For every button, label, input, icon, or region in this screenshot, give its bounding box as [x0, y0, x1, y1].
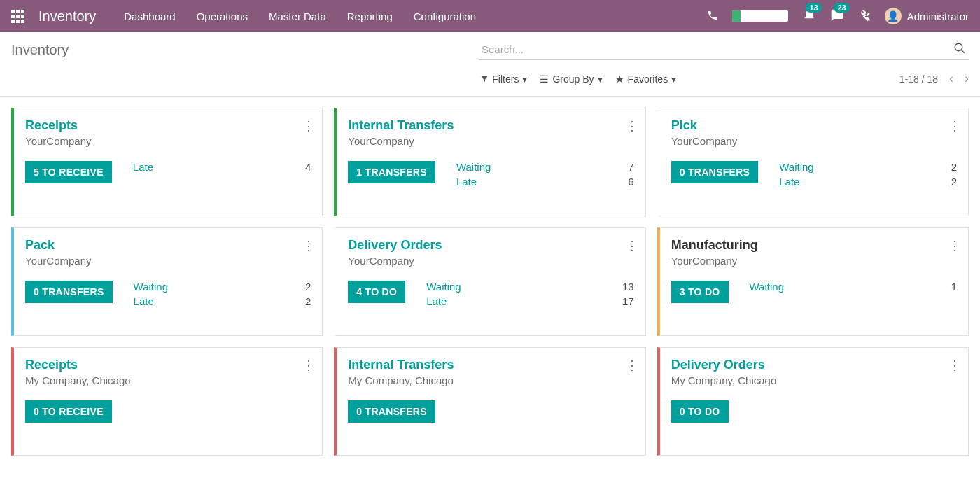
- stat-value: 17: [622, 295, 634, 307]
- stat-row[interactable]: Late 2: [134, 295, 312, 307]
- notifications-icon[interactable]: 13: [802, 8, 816, 24]
- stat-label: Late: [426, 295, 447, 307]
- card-action-button[interactable]: 0 TRANSFERS: [25, 281, 113, 303]
- card-action-button[interactable]: 3 TO DO: [671, 281, 729, 303]
- stat-value: 2: [951, 161, 957, 173]
- stat-value: 2: [951, 176, 957, 188]
- card-title[interactable]: Internal Transfers: [348, 118, 634, 133]
- stat-row[interactable]: Waiting 1: [750, 281, 957, 293]
- stat-value: 7: [628, 161, 634, 173]
- pager-next[interactable]: ›: [965, 71, 969, 86]
- kanban-board: ⋮ Receipts YourCompany 5 TO RECEIVE Late…: [0, 97, 980, 467]
- stat-value: 6: [628, 176, 634, 188]
- filters-button[interactable]: Filters ▾: [480, 73, 527, 85]
- nav-dashboard[interactable]: Dashboard: [124, 10, 175, 22]
- stat-row[interactable]: Waiting 7: [456, 161, 634, 173]
- card-title[interactable]: Receipts: [25, 358, 311, 372]
- card-stats: Late 4: [133, 161, 312, 176]
- avatar-icon: 👤: [885, 8, 902, 24]
- card-subtitle: YourCompany: [671, 135, 957, 147]
- card-menu-icon[interactable]: ⋮: [626, 118, 637, 134]
- card-stats: Waiting 2 Late 2: [134, 281, 312, 310]
- stat-label: Waiting: [456, 161, 491, 173]
- control-panel: Inventory Filters ▾ ☰ Group By ▾ ★ Favor…: [0, 32, 980, 97]
- nav-right: 13 23 👤 Administrator: [707, 8, 969, 24]
- stat-row[interactable]: Late 4: [133, 161, 312, 173]
- msg-badge: 23: [834, 3, 849, 13]
- filter-icon: [480, 75, 489, 83]
- card-stats: Waiting 7 Late 6: [456, 161, 634, 190]
- card-action-button[interactable]: 0 TO RECEIVE: [25, 400, 112, 423]
- card-menu-icon[interactable]: ⋮: [948, 118, 960, 134]
- kanban-card: ⋮ Receipts My Company, Chicago 0 TO RECE…: [11, 347, 323, 456]
- tools-icon[interactable]: [858, 9, 871, 24]
- card-action-button[interactable]: 5 TO RECEIVE: [25, 161, 112, 183]
- card-action-button[interactable]: 0 TRANSFERS: [348, 400, 435, 423]
- card-subtitle: My Company, Chicago: [348, 374, 634, 386]
- stat-value: 2: [305, 281, 311, 293]
- card-action-button[interactable]: 0 TRANSFERS: [671, 161, 759, 183]
- nav-configuration[interactable]: Configuration: [414, 10, 476, 22]
- card-menu-icon[interactable]: ⋮: [302, 358, 314, 373]
- card-title[interactable]: Internal Transfers: [348, 358, 634, 372]
- stat-label: Waiting: [779, 161, 813, 173]
- svg-line-1: [961, 50, 965, 53]
- card-subtitle: YourCompany: [25, 255, 311, 267]
- favorites-button[interactable]: ★ Favorites ▾: [615, 73, 677, 85]
- search-wrap: [479, 39, 969, 60]
- stat-row[interactable]: Late 6: [456, 176, 634, 188]
- page-title: Inventory: [11, 42, 69, 58]
- card-menu-icon[interactable]: ⋮: [948, 358, 960, 373]
- card-menu-icon[interactable]: ⋮: [626, 358, 637, 373]
- card-menu-icon[interactable]: ⋮: [626, 238, 637, 253]
- search-input[interactable]: [479, 39, 969, 60]
- card-stats: Waiting 1: [750, 281, 957, 295]
- stat-row[interactable]: Late 2: [779, 176, 957, 188]
- navbar: Inventory Dashboard Operations Master Da…: [0, 0, 980, 32]
- nav-master-data[interactable]: Master Data: [269, 10, 326, 22]
- stat-value: 13: [622, 281, 634, 293]
- card-subtitle: YourCompany: [348, 255, 634, 267]
- card-action-button[interactable]: 1 TRANSFERS: [348, 161, 435, 183]
- card-subtitle: My Company, Chicago: [671, 374, 957, 386]
- card-menu-icon[interactable]: ⋮: [302, 238, 314, 253]
- stat-value: 1: [951, 281, 957, 293]
- stat-row[interactable]: Waiting 13: [426, 281, 634, 293]
- card-title[interactable]: Receipts: [25, 118, 311, 133]
- card-menu-icon[interactable]: ⋮: [302, 118, 314, 134]
- card-subtitle: YourCompany: [671, 255, 957, 267]
- card-subtitle: YourCompany: [348, 135, 634, 147]
- stat-label: Waiting: [426, 281, 461, 293]
- pager-text[interactable]: 1-18 / 18: [899, 73, 938, 85]
- card-menu-icon[interactable]: ⋮: [948, 238, 960, 253]
- stat-label: Late: [779, 176, 799, 188]
- groupby-button[interactable]: ☰ Group By ▾: [540, 73, 602, 85]
- card-title[interactable]: Pick: [671, 118, 957, 133]
- card-title[interactable]: Manufacturing: [671, 238, 957, 253]
- card-title[interactable]: Delivery Orders: [671, 358, 957, 372]
- card-subtitle: YourCompany: [25, 135, 311, 147]
- stat-row[interactable]: Waiting 2: [779, 161, 957, 173]
- apps-icon[interactable]: [11, 10, 24, 23]
- nav-operations[interactable]: Operations: [197, 10, 248, 22]
- card-title[interactable]: Delivery Orders: [348, 238, 634, 253]
- caret-down-icon: ▾: [671, 73, 676, 85]
- card-action-button[interactable]: 4 TO DO: [348, 281, 405, 303]
- nav-reporting[interactable]: Reporting: [347, 10, 393, 22]
- card-subtitle: My Company, Chicago: [25, 374, 311, 386]
- phone-icon[interactable]: [707, 10, 718, 23]
- caret-down-icon: ▾: [598, 73, 603, 85]
- pager-prev[interactable]: ‹: [949, 71, 953, 86]
- stat-row[interactable]: Waiting 2: [134, 281, 312, 293]
- app-brand[interactable]: Inventory: [38, 8, 96, 24]
- progress-bar[interactable]: [732, 10, 788, 22]
- stat-label: Waiting: [134, 281, 168, 293]
- search-icon[interactable]: [953, 42, 966, 57]
- user-menu[interactable]: 👤 Administrator: [885, 8, 969, 24]
- favorites-label: Favorites: [628, 73, 668, 85]
- messages-icon[interactable]: 23: [830, 8, 844, 24]
- card-action-button[interactable]: 0 TO DO: [671, 400, 729, 423]
- stat-row[interactable]: Late 17: [426, 295, 634, 307]
- stat-label: Late: [456, 176, 477, 188]
- card-title[interactable]: Pack: [25, 238, 311, 253]
